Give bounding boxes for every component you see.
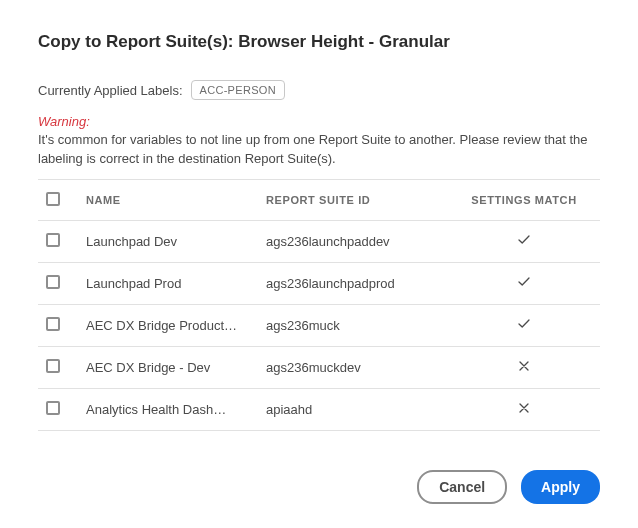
row-checkbox[interactable]: [46, 233, 60, 247]
label-chip: ACC-PERSON: [191, 80, 285, 100]
row-name: AEC DX Bridge Product…: [78, 304, 258, 346]
row-checkbox[interactable]: [46, 317, 60, 331]
column-header-name: NAME: [78, 180, 258, 221]
row-name: Launchpad Prod: [78, 262, 258, 304]
applied-labels-row: Currently Applied Labels: ACC-PERSON: [38, 80, 600, 100]
row-name: Launchpad Dev: [78, 220, 258, 262]
table-row[interactable]: Analytics Health Dash…apiaahd: [38, 388, 600, 430]
table-row[interactable]: AEC DX Bridge - Devags236muckdev: [38, 346, 600, 388]
match-check-icon: [448, 262, 600, 304]
match-cross-icon: [448, 346, 600, 388]
match-cross-icon: [448, 388, 600, 430]
table-row[interactable]: Launchpad Prodags236launchpadprod: [38, 262, 600, 304]
match-check-icon: [448, 304, 600, 346]
warning-title: Warning:: [38, 114, 600, 129]
dialog-footer: Cancel Apply: [38, 456, 600, 504]
column-header-id: REPORT SUITE ID: [258, 180, 448, 221]
column-header-match: SETTINGS MATCH: [448, 180, 600, 221]
apply-button[interactable]: Apply: [521, 470, 600, 504]
row-id: apiaahd: [258, 388, 448, 430]
applied-labels-text: Currently Applied Labels:: [38, 83, 183, 98]
row-checkbox[interactable]: [46, 275, 60, 289]
report-suite-table: NAME REPORT SUITE ID SETTINGS MATCH Laun…: [38, 179, 600, 431]
row-name: Analytics Health Dash…: [78, 388, 258, 430]
select-all-checkbox[interactable]: [46, 192, 60, 206]
row-id: ags236muck: [258, 304, 448, 346]
dialog-title: Copy to Report Suite(s): Browser Height …: [38, 32, 600, 52]
table-row[interactable]: Launchpad Devags236launchpaddev: [38, 220, 600, 262]
row-id: ags236launchpadprod: [258, 262, 448, 304]
row-checkbox[interactable]: [46, 401, 60, 415]
row-checkbox[interactable]: [46, 359, 60, 373]
table-header-row: NAME REPORT SUITE ID SETTINGS MATCH: [38, 180, 600, 221]
row-id: ags236muckdev: [258, 346, 448, 388]
copy-report-suite-dialog: Copy to Report Suite(s): Browser Height …: [0, 0, 638, 528]
table-row[interactable]: AEC DX Bridge Product…ags236muck: [38, 304, 600, 346]
cancel-button[interactable]: Cancel: [417, 470, 507, 504]
row-name: AEC DX Bridge - Dev: [78, 346, 258, 388]
row-id: ags236launchpaddev: [258, 220, 448, 262]
match-check-icon: [448, 220, 600, 262]
warning-body: It's common for variables to not line up…: [38, 131, 600, 169]
